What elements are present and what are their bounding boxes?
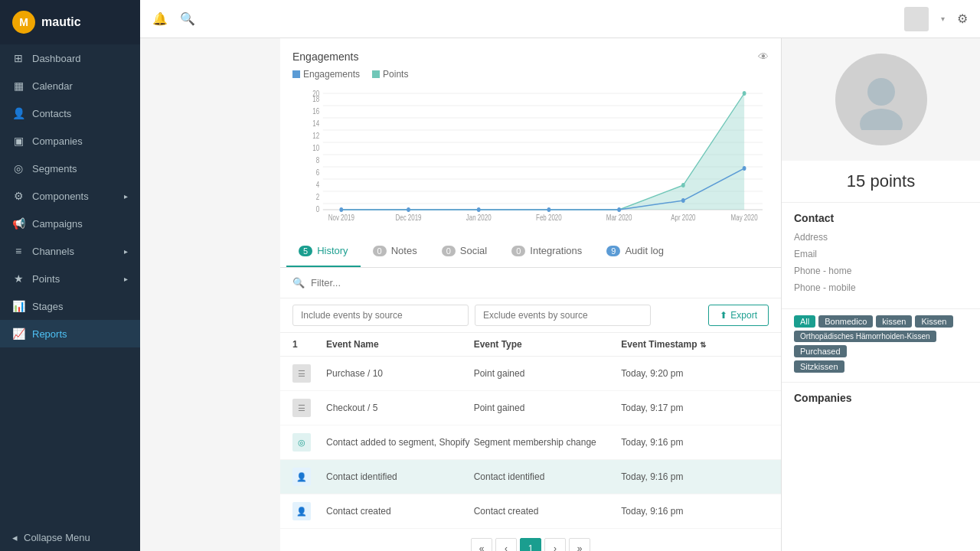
contacts-icon: 👤 bbox=[12, 107, 24, 119]
sidebar-item-points[interactable]: ★ Points ▸ bbox=[0, 265, 140, 292]
tag-sitzkissen[interactable]: Sitzkissen bbox=[794, 360, 844, 373]
sidebar-item-label: Points bbox=[32, 273, 60, 285]
phone-home-field: Phone - home bbox=[794, 266, 968, 276]
svg-point-36 bbox=[743, 166, 746, 171]
event-type-cell: Contact created bbox=[474, 506, 622, 517]
sidebar-item-label: Segments bbox=[32, 163, 77, 174]
row-icon-user: 👤 bbox=[292, 468, 311, 486]
companies-title: Companies bbox=[794, 392, 968, 404]
sidebar-item-label: Companies bbox=[32, 135, 83, 147]
tags-row-3: Sitzkissen bbox=[794, 360, 968, 373]
sidebar-item-reports[interactable]: 📈 Reports bbox=[0, 320, 140, 347]
tab-integrations[interactable]: 0 Integrations bbox=[499, 236, 594, 267]
col-timestamp[interactable]: Event Timestamp ⇅ bbox=[621, 339, 769, 350]
svg-text:Jan 2020: Jan 2020 bbox=[466, 214, 492, 222]
export-button[interactable]: ⬆ Export bbox=[708, 305, 769, 326]
settings-icon[interactable]: ⚙ bbox=[957, 11, 968, 26]
search-icon[interactable]: 🔍 bbox=[180, 11, 195, 26]
timestamp-cell: Today, 9:16 pm bbox=[621, 437, 769, 448]
sidebar-item-contacts[interactable]: 👤 Contacts bbox=[0, 99, 140, 127]
components-icon: ⚙ bbox=[12, 190, 24, 202]
stages-icon: 📊 bbox=[12, 300, 24, 312]
legend-dot-engagements bbox=[292, 70, 300, 78]
table-row: ☰ Checkout / 5 Point gained Today, 9:17 … bbox=[280, 391, 781, 425]
notes-label: Notes bbox=[391, 245, 417, 256]
first-page-button[interactable]: « bbox=[471, 538, 492, 551]
sort-icon: ⇅ bbox=[700, 341, 706, 349]
tag-kissen-upper[interactable]: Kissen bbox=[915, 315, 952, 328]
eye-icon[interactable]: 👁 bbox=[758, 51, 769, 63]
sidebar-item-companies[interactable]: ▣ Companies bbox=[0, 127, 140, 155]
prev-page-button[interactable]: ‹ bbox=[495, 538, 517, 551]
svg-text:Apr 2020: Apr 2020 bbox=[671, 214, 695, 222]
filter-input[interactable] bbox=[311, 277, 769, 289]
svg-point-31 bbox=[407, 207, 410, 212]
svg-text:8: 8 bbox=[316, 156, 319, 165]
include-source-input[interactable] bbox=[292, 305, 469, 326]
sidebar-item-label: Campaigns bbox=[32, 218, 83, 230]
tag-kissen-lower[interactable]: kissen bbox=[876, 315, 912, 328]
tag-orthopadisches[interactable]: Orthopädisches Hämorrhoiden-Kissen bbox=[794, 331, 936, 342]
header-event-name: Event Name bbox=[326, 339, 379, 350]
sidebar-item-campaigns[interactable]: 📢 Campaigns bbox=[0, 210, 140, 237]
chart-legend: Engagements Points bbox=[292, 69, 769, 80]
svg-marker-29 bbox=[341, 93, 744, 210]
svg-point-30 bbox=[339, 207, 343, 212]
collapse-menu-button[interactable]: ◂ Collapse Menu bbox=[0, 524, 140, 551]
points-icon: ★ bbox=[12, 272, 24, 285]
sidebar-item-label: Dashboard bbox=[32, 53, 81, 64]
audit-log-badge: 9 bbox=[606, 246, 620, 256]
svg-text:10: 10 bbox=[312, 144, 319, 152]
phone-home-label: Phone - home bbox=[794, 266, 968, 276]
sidebar-item-channels[interactable]: ≡ Channels ▸ bbox=[0, 237, 140, 265]
tab-history[interactable]: 5 History bbox=[286, 236, 361, 267]
legend-points-label: Points bbox=[383, 69, 408, 80]
sidebar-item-stages[interactable]: 📊 Stages bbox=[0, 292, 140, 320]
avatar[interactable] bbox=[904, 7, 929, 31]
tags-row: All Bonmedico kissen Kissen bbox=[794, 315, 968, 328]
event-type-cell: Contact identified bbox=[474, 471, 622, 482]
history-label: History bbox=[317, 245, 348, 256]
tags-section: All Bonmedico kissen Kissen Orthopädisch… bbox=[782, 308, 980, 382]
sidebar-item-calendar[interactable]: ▦ Calendar bbox=[0, 72, 140, 99]
sidebar-item-components[interactable]: ⚙ Components ▸ bbox=[0, 182, 140, 210]
sidebar-item-segments[interactable]: ◎ Segments bbox=[0, 155, 140, 182]
logo-icon: M bbox=[12, 11, 35, 34]
chart-svg: 0 2 4 6 8 10 12 14 16 18 20 Nov 2019 Dec… bbox=[292, 86, 769, 223]
reports-icon: 📈 bbox=[12, 328, 24, 340]
email-label: Email bbox=[794, 249, 968, 259]
col-event-name: Event Name bbox=[326, 339, 474, 350]
tab-audit-log[interactable]: 9 Audit log bbox=[594, 236, 676, 267]
header-event-type: Event Type bbox=[474, 339, 522, 350]
sidebar-logo[interactable]: M mautic bbox=[0, 0, 140, 44]
sidebar-item-label: Contacts bbox=[32, 108, 71, 119]
event-type-cell: Point gained bbox=[474, 368, 622, 379]
notification-icon[interactable]: 🔔 bbox=[152, 11, 168, 26]
next-page-button[interactable]: › bbox=[544, 538, 566, 551]
current-page-button[interactable]: 1 bbox=[520, 538, 541, 551]
tab-social[interactable]: 0 Social bbox=[430, 236, 500, 267]
svg-text:20: 20 bbox=[312, 90, 319, 98]
tag-purchased[interactable]: Purchased bbox=[794, 345, 847, 357]
exclude-source-input[interactable] bbox=[475, 305, 651, 326]
sidebar-item-dashboard[interactable]: ⊞ Dashboard bbox=[0, 44, 140, 72]
address-field: Address bbox=[794, 232, 968, 243]
contact-section-title: Contact bbox=[794, 212, 968, 224]
last-page-button[interactable]: » bbox=[569, 538, 590, 551]
avatar-section bbox=[782, 38, 980, 161]
pagination: « ‹ 1 › » bbox=[280, 529, 781, 551]
export-label: Export bbox=[730, 310, 757, 321]
svg-text:14: 14 bbox=[312, 119, 319, 128]
table-row: ☰ Purchase / 10 Point gained Today, 9:20… bbox=[280, 357, 781, 391]
history-badge: 5 bbox=[299, 246, 312, 256]
tag-bonmedico[interactable]: Bonmedico bbox=[818, 315, 873, 328]
svg-point-33 bbox=[547, 207, 551, 212]
tab-notes[interactable]: 0 Notes bbox=[361, 236, 430, 267]
social-badge: 0 bbox=[442, 246, 456, 256]
row-icon-doc: ☰ bbox=[292, 364, 311, 383]
tags-row-2: Orthopädisches Hämorrhoiden-Kissen Purch… bbox=[794, 331, 968, 357]
tag-all[interactable]: All bbox=[794, 315, 815, 328]
timestamp-cell: Today, 9:17 pm bbox=[621, 403, 769, 413]
chevron-down-icon[interactable]: ▾ bbox=[941, 15, 945, 23]
event-name-cell: Purchase / 10 bbox=[326, 368, 474, 379]
